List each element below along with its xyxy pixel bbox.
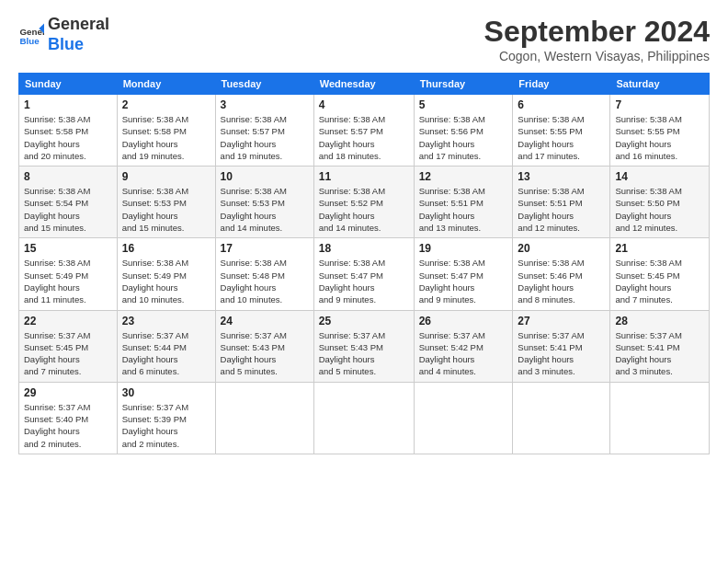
calendar-week-3: 15 Sunrise: 5:38 AM Sunset: 5:49 PM Dayl… [19,238,710,310]
day-number: 28 [615,315,704,327]
day-info: Sunrise: 5:38 AM Sunset: 5:45 PM Dayligh… [615,257,704,305]
day-number: 5 [419,98,508,111]
day-number: 8 [24,170,112,183]
day-number: 14 [615,170,704,183]
table-row: 14 Sunrise: 5:38 AM Sunset: 5:50 PM Dayl… [610,167,710,238]
day-info: Sunrise: 5:38 AM Sunset: 5:57 PM Dayligh… [319,113,409,162]
table-row: 15 Sunrise: 5:38 AM Sunset: 5:49 PM Dayl… [19,238,118,310]
calendar-week-5: 29 Sunrise: 5:37 AM Sunset: 5:40 PM Dayl… [19,382,710,454]
day-number: 27 [518,315,605,327]
calendar-table: Sunday Monday Tuesday Wednesday Thursday… [18,73,710,454]
calendar-week-2: 8 Sunrise: 5:38 AM Sunset: 5:54 PM Dayli… [19,167,710,238]
day-info: Sunrise: 5:38 AM Sunset: 5:51 PM Dayligh… [518,185,605,234]
table-row: 10 Sunrise: 5:38 AM Sunset: 5:53 PM Dayl… [215,167,313,238]
table-row: 4 Sunrise: 5:38 AM Sunset: 5:57 PM Dayli… [313,95,414,167]
month-title: September 2024 [484,15,710,49]
day-info: Sunrise: 5:37 AM Sunset: 5:45 PM Dayligh… [24,329,112,378]
logo-line1: General [48,15,109,33]
table-row [513,382,610,454]
table-row: 17 Sunrise: 5:38 AM Sunset: 5:48 PM Dayl… [215,238,313,310]
day-info: Sunrise: 5:38 AM Sunset: 5:47 PM Dayligh… [319,257,409,305]
table-row: 18 Sunrise: 5:38 AM Sunset: 5:47 PM Dayl… [313,238,414,310]
table-row: 11 Sunrise: 5:38 AM Sunset: 5:52 PM Dayl… [313,167,414,238]
day-number: 19 [419,242,508,255]
day-info: Sunrise: 5:38 AM Sunset: 5:53 PM Dayligh… [122,185,210,234]
table-row: 13 Sunrise: 5:38 AM Sunset: 5:51 PM Dayl… [513,167,610,238]
day-info: Sunrise: 5:38 AM Sunset: 5:49 PM Dayligh… [24,257,112,305]
day-info: Sunrise: 5:38 AM Sunset: 5:47 PM Dayligh… [419,257,508,305]
day-number: 6 [518,98,605,111]
calendar-week-1: 1 Sunrise: 5:38 AM Sunset: 5:58 PM Dayli… [19,95,710,167]
table-row: 6 Sunrise: 5:38 AM Sunset: 5:55 PM Dayli… [513,95,610,167]
col-thursday: Thursday [414,74,513,95]
table-row: 3 Sunrise: 5:38 AM Sunset: 5:57 PM Dayli… [215,95,313,167]
logo-text: General Blue [48,15,109,54]
day-info: Sunrise: 5:38 AM Sunset: 5:56 PM Dayligh… [419,113,508,162]
svg-text:Blue: Blue [19,35,40,45]
day-info: Sunrise: 5:38 AM Sunset: 5:55 PM Dayligh… [615,113,704,162]
table-row: 12 Sunrise: 5:38 AM Sunset: 5:51 PM Dayl… [414,167,513,238]
day-number: 2 [122,98,210,111]
day-number: 11 [319,170,409,183]
table-row: 9 Sunrise: 5:38 AM Sunset: 5:53 PM Dayli… [117,167,215,238]
col-saturday: Saturday [610,74,710,95]
day-number: 22 [24,315,112,327]
day-info: Sunrise: 5:38 AM Sunset: 5:50 PM Dayligh… [615,185,704,234]
title-block: September 2024 Cogon, Western Visayas, P… [484,15,710,63]
table-row: 25 Sunrise: 5:37 AM Sunset: 5:43 PM Dayl… [313,310,414,382]
table-row: 16 Sunrise: 5:38 AM Sunset: 5:49 PM Dayl… [117,238,215,310]
header: General Blue General Blue September 2024… [18,15,710,63]
table-row [313,382,414,454]
table-row: 7 Sunrise: 5:38 AM Sunset: 5:55 PM Dayli… [610,95,710,167]
logo: General Blue General Blue [18,15,109,54]
calendar-week-4: 22 Sunrise: 5:37 AM Sunset: 5:45 PM Dayl… [19,310,710,382]
day-info: Sunrise: 5:38 AM Sunset: 5:58 PM Dayligh… [122,113,210,162]
day-number: 29 [24,386,112,399]
day-info: Sunrise: 5:37 AM Sunset: 5:44 PM Dayligh… [122,329,210,378]
table-row: 23 Sunrise: 5:37 AM Sunset: 5:44 PM Dayl… [117,310,215,382]
day-number: 23 [122,315,210,327]
day-info: Sunrise: 5:38 AM Sunset: 5:51 PM Dayligh… [419,185,508,234]
day-number: 20 [518,242,605,255]
day-number: 21 [615,242,704,255]
day-number: 17 [221,242,309,255]
day-number: 30 [122,386,210,399]
day-number: 1 [24,98,112,111]
table-row: 1 Sunrise: 5:38 AM Sunset: 5:58 PM Dayli… [19,95,118,167]
day-info: Sunrise: 5:37 AM Sunset: 5:43 PM Dayligh… [319,329,409,378]
table-row: 24 Sunrise: 5:37 AM Sunset: 5:43 PM Dayl… [215,310,313,382]
table-row: 30 Sunrise: 5:37 AM Sunset: 5:39 PM Dayl… [117,382,215,454]
logo-icon: General Blue [18,22,44,48]
day-info: Sunrise: 5:37 AM Sunset: 5:43 PM Dayligh… [221,329,309,378]
table-row: 5 Sunrise: 5:38 AM Sunset: 5:56 PM Dayli… [414,95,513,167]
day-info: Sunrise: 5:38 AM Sunset: 5:49 PM Dayligh… [122,257,210,305]
day-info: Sunrise: 5:37 AM Sunset: 5:41 PM Dayligh… [518,329,605,378]
day-number: 25 [319,315,409,327]
day-number: 24 [221,315,309,327]
day-number: 9 [122,170,210,183]
day-number: 4 [319,98,409,111]
day-number: 3 [221,98,309,111]
day-info: Sunrise: 5:38 AM Sunset: 5:52 PM Dayligh… [319,185,409,234]
day-info: Sunrise: 5:38 AM Sunset: 5:53 PM Dayligh… [221,185,309,234]
day-info: Sunrise: 5:38 AM Sunset: 5:54 PM Dayligh… [24,185,112,234]
logo-line2: Blue [48,35,84,53]
day-number: 13 [518,170,605,183]
table-row: 20 Sunrise: 5:38 AM Sunset: 5:46 PM Dayl… [513,238,610,310]
day-info: Sunrise: 5:38 AM Sunset: 5:48 PM Dayligh… [221,257,309,305]
table-row: 26 Sunrise: 5:37 AM Sunset: 5:42 PM Dayl… [414,310,513,382]
table-row: 19 Sunrise: 5:38 AM Sunset: 5:47 PM Dayl… [414,238,513,310]
day-info: Sunrise: 5:37 AM Sunset: 5:39 PM Dayligh… [122,401,210,450]
col-sunday: Sunday [19,74,118,95]
calendar-header-row: Sunday Monday Tuesday Wednesday Thursday… [19,74,710,95]
day-number: 26 [419,315,508,327]
day-number: 18 [319,242,409,255]
table-row: 21 Sunrise: 5:38 AM Sunset: 5:45 PM Dayl… [610,238,710,310]
table-row: 29 Sunrise: 5:37 AM Sunset: 5:40 PM Dayl… [19,382,118,454]
table-row: 27 Sunrise: 5:37 AM Sunset: 5:41 PM Dayl… [513,310,610,382]
day-info: Sunrise: 5:38 AM Sunset: 5:58 PM Dayligh… [24,113,112,162]
day-info: Sunrise: 5:37 AM Sunset: 5:41 PM Dayligh… [615,329,704,378]
table-row: 8 Sunrise: 5:38 AM Sunset: 5:54 PM Dayli… [19,167,118,238]
table-row: 2 Sunrise: 5:38 AM Sunset: 5:58 PM Dayli… [117,95,215,167]
day-info: Sunrise: 5:37 AM Sunset: 5:40 PM Dayligh… [24,401,112,450]
